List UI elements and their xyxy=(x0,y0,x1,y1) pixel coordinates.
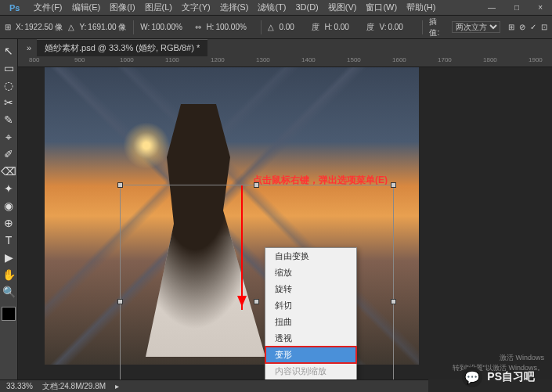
minimize-button[interactable]: — xyxy=(483,3,500,12)
menu-item[interactable]: 文字(Y) xyxy=(177,2,215,12)
angle-icon: △ xyxy=(268,23,274,31)
ruler-tick: 900 xyxy=(74,56,120,67)
ps-logo: Ps xyxy=(5,3,24,13)
angle-unit: 度 xyxy=(312,22,319,33)
ruler-tick: 1900 xyxy=(529,56,552,67)
hskew-unit: 度 xyxy=(366,22,374,33)
menu-item[interactable]: 滤镜(T) xyxy=(253,2,290,12)
handle-mr[interactable] xyxy=(391,299,396,304)
chevron-right-icon[interactable]: ▸ xyxy=(115,382,119,390)
tool-button[interactable]: ⌖ xyxy=(0,128,17,146)
overflow-icon[interactable]: ⊡ xyxy=(541,23,547,31)
ruler-tick: 1500 xyxy=(347,56,392,67)
doc-size: 文档:24.8M/29.8M xyxy=(42,381,106,392)
tool-button[interactable]: 🔍 xyxy=(0,283,17,300)
ruler-tick: 800 xyxy=(29,56,74,67)
window-controls: — □ × xyxy=(483,3,547,12)
tool-button[interactable]: ◌ xyxy=(0,77,17,94)
tool-button[interactable]: ↖ xyxy=(0,42,17,59)
canvas[interactable]: 点击鼠标右键，弹出选项菜单(E) 自由变换缩放旋转斜切扭曲透视变形内容识别缩放操… xyxy=(18,67,552,379)
context-menu-item[interactable]: 自由变换 xyxy=(265,248,356,264)
link-icon[interactable]: ⇔ xyxy=(195,23,201,31)
y-label: Y: xyxy=(79,23,86,31)
ruler-tick: 1400 xyxy=(301,56,347,67)
menu-item[interactable]: 编辑(E) xyxy=(67,2,106,12)
cancel-transform-icon[interactable]: ⊘ xyxy=(519,23,525,31)
handle-tl[interactable] xyxy=(117,182,123,188)
hskew-input[interactable] xyxy=(334,23,362,31)
warp-mode-icon[interactable]: ⊞ xyxy=(508,23,514,31)
tool-button[interactable]: ▶ xyxy=(0,249,17,266)
context-menu: 自由变换缩放旋转斜切扭曲透视变形内容识别缩放操控变形旋转 180 度顺时针旋转 … xyxy=(265,247,357,379)
context-menu-item[interactable]: 变形 xyxy=(265,347,356,363)
vskew-input[interactable] xyxy=(388,23,416,31)
tool-button[interactable]: ✂ xyxy=(0,94,17,111)
handle-ml[interactable] xyxy=(117,299,123,304)
context-menu-item[interactable]: 扭曲 xyxy=(265,314,356,330)
zoom-value[interactable]: 33.33% xyxy=(6,382,33,390)
context-menu-item[interactable]: 斜切 xyxy=(265,297,356,314)
tool-button[interactable]: ✦ xyxy=(0,180,17,197)
document-tabs: » 婚纱素材.psd @ 33.3% (婚纱, RGB/8#) * xyxy=(18,39,552,56)
h-label: H: xyxy=(206,23,214,31)
context-menu-item[interactable]: 旋转 xyxy=(265,281,356,297)
ruler-tick: 1200 xyxy=(211,56,256,67)
ruler-tick: 1100 xyxy=(165,56,211,67)
handle-tc[interactable] xyxy=(254,182,259,188)
canvas-area: » 婚纱素材.psd @ 33.3% (婚纱, RGB/8#) * 800900… xyxy=(18,39,552,379)
options-bar: ⊞ X: △ Y: W: ⇔ H: △ 度 H: 度 V: 插值: 两次立方 ⊞… xyxy=(0,16,552,39)
color-swatch[interactable] xyxy=(2,307,16,321)
tool-button[interactable]: ✎ xyxy=(0,111,17,128)
h-input[interactable] xyxy=(215,23,254,31)
tool-button[interactable]: ⌫ xyxy=(0,163,17,180)
menu-item[interactable]: 图像(I) xyxy=(105,2,139,12)
x-label: X: xyxy=(16,23,23,31)
x-input[interactable] xyxy=(24,23,63,31)
toolbox: ↖▭◌✂✎⌖✐⌫✦◉⊕T▶✋🔍 xyxy=(0,39,18,379)
tool-button[interactable]: ◉ xyxy=(0,197,17,214)
ruler-tick: 1700 xyxy=(438,56,483,67)
menu-item[interactable]: 视图(V) xyxy=(323,2,362,12)
delta-icon[interactable]: △ xyxy=(68,23,74,31)
commit-transform-icon[interactable]: ✓ xyxy=(530,23,536,31)
menu-item[interactable]: 文件(F) xyxy=(29,2,67,12)
menu-item[interactable]: 窗口(W) xyxy=(361,2,402,12)
angle-input[interactable] xyxy=(279,23,307,31)
menu-item[interactable]: 选择(S) xyxy=(215,2,254,12)
ruler-tick: 1000 xyxy=(120,56,165,67)
wechat-icon: 💬 xyxy=(462,367,482,387)
context-menu-item: 内容识别缩放 xyxy=(265,363,356,379)
interp-select[interactable]: 两次立方 xyxy=(452,21,500,33)
menu-bar: Ps 文件(F)编辑(E)图像(I)图层(L)文字(Y)选择(S)滤镜(T)3D… xyxy=(0,0,552,16)
maximize-button[interactable]: □ xyxy=(510,3,524,12)
tool-button[interactable]: ✋ xyxy=(0,266,17,283)
tool-button[interactable]: T xyxy=(0,232,17,249)
w-label: W: xyxy=(140,23,150,31)
ruler-horizontal: 8009001000110012001300140015001600170018… xyxy=(18,56,552,67)
status-bar: 33.33% 文档:24.8M/29.8M ▸ xyxy=(0,379,428,392)
context-menu-item[interactable]: 缩放 xyxy=(265,264,356,281)
close-button[interactable]: × xyxy=(533,3,547,12)
ruler-tick: 1600 xyxy=(392,56,438,67)
w-input[interactable] xyxy=(151,23,190,31)
ruler-tick: 1300 xyxy=(256,56,301,67)
tool-button[interactable]: ⊕ xyxy=(0,214,17,232)
collapse-icon[interactable]: » xyxy=(27,43,31,52)
channel-watermark: 💬 PS自习吧 xyxy=(462,367,535,387)
menu-item[interactable]: 帮助(H) xyxy=(402,2,440,12)
document-tab[interactable]: 婚纱素材.psd @ 33.3% (婚纱, RGB/8#) * xyxy=(37,39,207,56)
handle-mc[interactable] xyxy=(254,299,259,304)
y-input[interactable] xyxy=(88,23,127,31)
hskew-label: H: xyxy=(324,23,332,31)
context-menu-item[interactable]: 透视 xyxy=(265,330,356,347)
transform-origin-icon[interactable]: ⊞ xyxy=(5,23,11,31)
menu-item[interactable]: 图层(L) xyxy=(140,2,177,12)
tool-button[interactable]: ▭ xyxy=(0,59,17,77)
menu-item[interactable]: 3D(D) xyxy=(290,2,323,12)
handle-tr[interactable] xyxy=(391,182,396,188)
ruler-tick: 1800 xyxy=(483,56,529,67)
interp-label: 插值: xyxy=(429,16,447,38)
vskew-label: V: xyxy=(379,23,386,31)
tool-button[interactable]: ✐ xyxy=(0,146,17,163)
